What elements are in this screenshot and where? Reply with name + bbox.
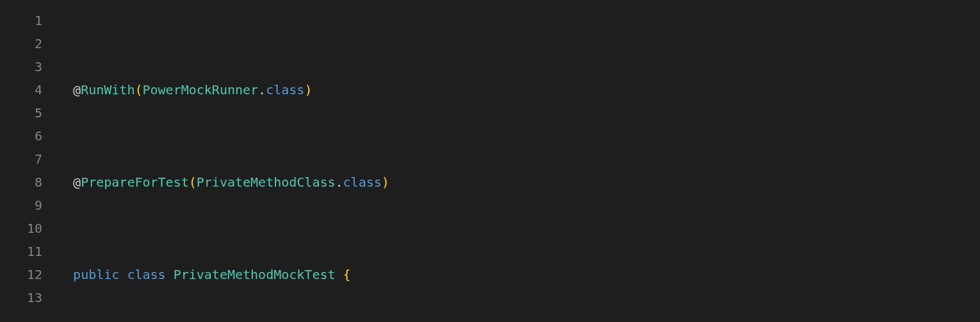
code-line[interactable]: @RunWith(PowerMockRunner.class) xyxy=(58,78,980,101)
classname-privatemethodmocktest: PrivateMethodMockTest xyxy=(174,267,336,282)
code-line[interactable]: public class PrivateMethodMockTest { xyxy=(58,263,980,286)
line-number: 11 xyxy=(0,240,42,263)
keyword-class: class xyxy=(266,82,304,97)
keyword-class: class xyxy=(343,174,382,190)
code-line[interactable]: @PrepareForTest(PrivateMethodClass.class… xyxy=(58,171,980,194)
type-privatemethodclass: PrivateMethodClass xyxy=(197,174,336,190)
dot: . xyxy=(336,174,343,190)
line-number: 6 xyxy=(0,124,42,148)
paren-close: ) xyxy=(382,174,389,190)
line-number: 12 xyxy=(0,263,42,286)
line-number: 3 xyxy=(0,55,42,78)
line-number: 8 xyxy=(0,171,42,194)
line-number: 9 xyxy=(0,194,42,217)
annotation-runwith: RunWith xyxy=(81,82,135,97)
at-sign: @ xyxy=(73,82,81,97)
annotation-preparefortest: PrepareForTest xyxy=(81,174,189,190)
brace-open: { xyxy=(343,267,351,282)
at-sign: @ xyxy=(73,174,81,190)
keyword-class: class xyxy=(127,267,165,282)
line-number: 10 xyxy=(0,217,42,240)
line-number: 5 xyxy=(0,101,42,124)
line-number: 7 xyxy=(0,148,42,171)
line-number: 2 xyxy=(0,32,42,55)
paren-open: ( xyxy=(189,174,197,190)
line-number: 1 xyxy=(0,9,42,32)
line-number: 4 xyxy=(0,78,42,101)
code-editor: 1 2 3 4 5 6 7 8 9 10 11 12 13 @RunWith(P… xyxy=(0,0,980,322)
paren-close: ) xyxy=(304,82,312,97)
line-number-gutter: 1 2 3 4 5 6 7 8 9 10 11 12 13 xyxy=(0,0,58,322)
type-powermockrunner: PowerMockRunner xyxy=(142,82,258,97)
paren-open: ( xyxy=(135,82,142,97)
code-area[interactable]: @RunWith(PowerMockRunner.class) @Prepare… xyxy=(58,0,980,322)
keyword-public: public xyxy=(73,267,119,282)
dot: . xyxy=(258,82,266,97)
line-number: 13 xyxy=(0,286,42,309)
